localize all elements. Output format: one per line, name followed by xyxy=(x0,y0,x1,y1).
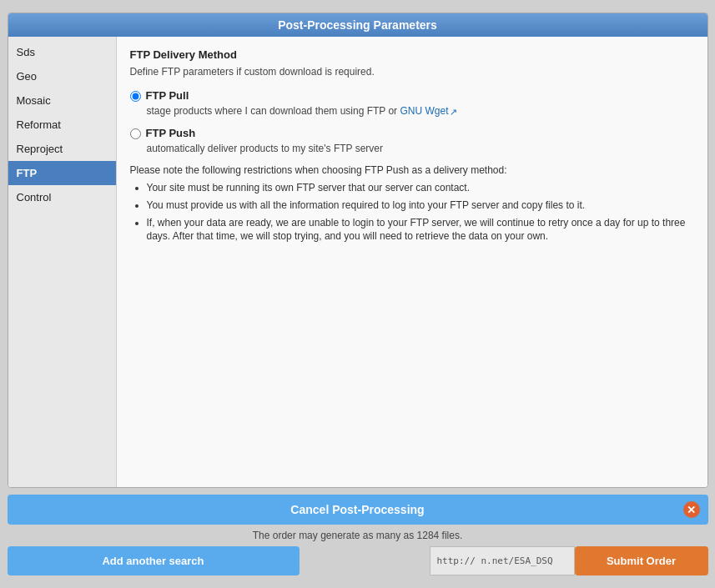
submit-order-button[interactable]: Submit Order xyxy=(575,546,708,575)
sidebar: Sds Geo Mosaic Reformat Reproject FTP xyxy=(8,37,117,487)
notice-item-3: If, when your data are ready, we are una… xyxy=(147,216,694,244)
sidebar-item-mosaic[interactable]: Mosaic xyxy=(8,88,116,113)
section-title: FTP Delivery Method xyxy=(130,48,694,61)
bottom-buttons: Add another search http:// n.net/ESA_DSQ… xyxy=(8,546,708,575)
ftp-pull-option[interactable]: FTP Pull xyxy=(130,89,694,102)
notice-list: Your site must be running its own FTP se… xyxy=(147,181,694,244)
spacer xyxy=(300,546,430,575)
dialog-body: Sds Geo Mosaic Reformat Reproject FTP xyxy=(8,37,707,487)
notice-item-1: Your site must be running its own FTP se… xyxy=(147,181,694,195)
section-desc: Define FTP parameters if custom download… xyxy=(130,66,694,78)
ftp-push-option[interactable]: FTP Push xyxy=(130,127,694,139)
post-processing-dialog: Post-Processing Parameters Sds Geo Mosai… xyxy=(8,13,708,488)
close-icon: ✕ xyxy=(683,501,700,518)
ftp-push-group: FTP Push automatically deliver products … xyxy=(130,127,694,154)
external-link-icon: ↗ xyxy=(450,107,460,117)
notice-box: Please note the following restrictions w… xyxy=(130,164,694,244)
dialog-title: Post-Processing Parameters xyxy=(8,13,707,37)
url-bar: http:// n.net/ESA_DSQ xyxy=(430,546,575,575)
sidebar-item-sds[interactable]: Sds xyxy=(8,40,116,64)
ftp-pull-sublabel: stage products where I can download them… xyxy=(147,105,694,117)
ftp-pull-label: FTP Pull xyxy=(146,89,189,102)
sidebar-item-control[interactable]: Control xyxy=(8,185,116,209)
add-another-search-button[interactable]: Add another search xyxy=(8,546,300,575)
ftp-pull-group: FTP Pull stage products where I can down… xyxy=(130,89,694,117)
gnu-wget-link[interactable]: GNU Wget xyxy=(400,105,448,117)
ftp-pull-radio[interactable] xyxy=(130,91,141,102)
content-area: FTP Delivery Method Define FTP parameter… xyxy=(117,37,707,487)
notice-item-2: You must provide us with all the informa… xyxy=(147,199,694,213)
order-note: The order may generate as many as 1284 f… xyxy=(8,530,708,541)
ftp-push-label: FTP Push xyxy=(146,127,196,139)
sidebar-item-reproject[interactable]: Reproject xyxy=(8,137,116,161)
sidebar-item-reformat[interactable]: Reformat xyxy=(8,113,116,137)
notice-intro: Please note the following restrictions w… xyxy=(130,164,694,176)
ftp-push-radio[interactable] xyxy=(130,128,141,139)
cancel-post-processing-button[interactable]: Cancel Post-Processing ✕ xyxy=(8,495,708,525)
sidebar-item-ftp[interactable]: FTP xyxy=(8,161,116,185)
sidebar-item-geo[interactable]: Geo xyxy=(8,64,116,88)
bottom-area: Cancel Post-Processing ✕ The order may g… xyxy=(8,495,708,575)
ftp-push-sublabel: automatically deliver products to my sit… xyxy=(147,143,694,154)
